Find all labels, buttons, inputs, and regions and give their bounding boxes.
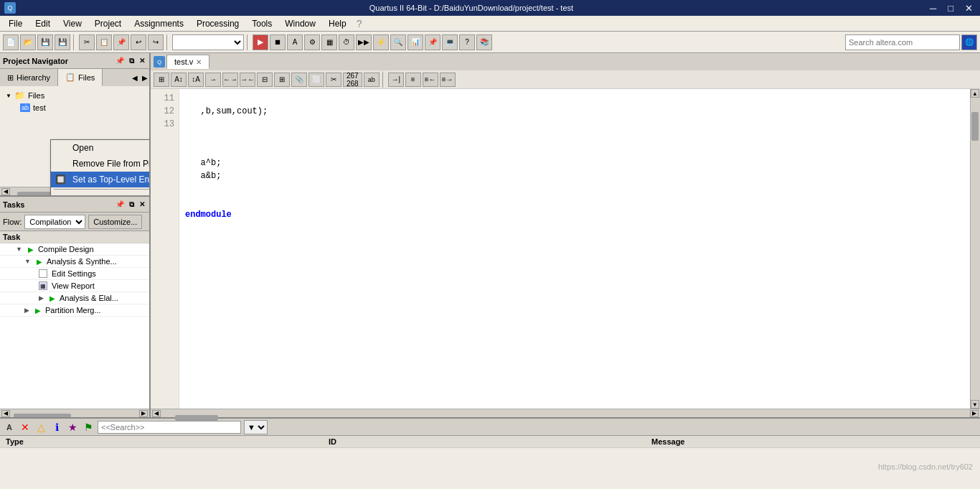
asm-button[interactable]: ▶▶ xyxy=(356,34,372,50)
ed-btn-nav2[interactable]: ≡ xyxy=(405,73,421,87)
filter-flag-button[interactable]: ⚑ xyxy=(82,421,95,434)
filter-warning-button[interactable]: △ xyxy=(34,421,47,434)
vscroll-down[interactable]: ▼ xyxy=(971,400,979,409)
ctx-create-ahdl[interactable]: Create AHDL Include Files for Current Fi… xyxy=(51,191,149,197)
ed-btn-1[interactable]: ⊞ xyxy=(154,73,169,87)
ed-btn-10[interactable]: ⬜ xyxy=(308,73,324,87)
scroll-left[interactable]: ◀ xyxy=(1,188,10,195)
close-panel-button[interactable]: ✕ xyxy=(138,57,146,65)
redo-button[interactable]: ↪ xyxy=(148,34,164,50)
nav-right-button[interactable]: ▶ xyxy=(141,74,149,82)
ed-btn-9[interactable]: 📎 xyxy=(291,73,307,87)
ed-btn-6[interactable]: →← xyxy=(240,73,255,87)
filter-error-button[interactable]: ✕ xyxy=(19,421,32,434)
tasks-scroll-left[interactable]: ◀ xyxy=(1,410,10,417)
pin-panel-button[interactable]: 📌 xyxy=(114,57,126,65)
ed-btn-7[interactable]: ⊟ xyxy=(257,73,273,87)
menu-help[interactable]: Help xyxy=(323,17,352,30)
editor-tab-test[interactable]: test.v ✕ xyxy=(166,55,209,69)
syn-button[interactable]: ⚙ xyxy=(304,34,320,50)
filter-custom-button[interactable]: ★ xyxy=(66,421,79,434)
ctx-remove[interactable]: Remove File from Project xyxy=(51,156,149,172)
search-input[interactable] xyxy=(845,34,960,50)
task-arrow-analysis[interactable]: ▼ xyxy=(24,258,31,265)
tasks-scroll-right[interactable]: ▶ xyxy=(139,410,148,417)
editor-tab-close[interactable]: ✕ xyxy=(196,58,202,66)
tab-hierarchy[interactable]: ⊞ Hierarchy xyxy=(0,69,58,86)
editor-hscroll-right[interactable]: ▶ xyxy=(970,410,979,417)
task-arrow-partition[interactable]: ▶ xyxy=(24,307,29,314)
message-search-input[interactable] xyxy=(98,421,241,434)
stop-button[interactable]: ⏹ xyxy=(270,34,286,50)
pin-tasks-button[interactable]: 📌 xyxy=(114,200,126,209)
sim-button[interactable]: 📊 xyxy=(407,34,423,50)
close-tasks-button[interactable]: ✕ xyxy=(138,200,146,209)
qhelp-button[interactable]: ? xyxy=(459,34,475,50)
new-button[interactable]: 📄 xyxy=(3,34,19,50)
undock-button[interactable]: ⧉ xyxy=(128,57,136,65)
prog-button[interactable]: ⚡ xyxy=(373,34,389,50)
nav-left-button[interactable]: ◀ xyxy=(131,74,139,82)
menu-view[interactable]: View xyxy=(57,17,88,30)
maximize-button[interactable]: □ xyxy=(945,3,956,14)
menu-tools[interactable]: Tools xyxy=(246,17,278,30)
menu-window[interactable]: Window xyxy=(279,17,321,30)
menu-processing[interactable]: Processing xyxy=(191,17,245,30)
analysis-button[interactable]: A xyxy=(287,34,303,50)
menu-project[interactable]: Project xyxy=(89,17,127,30)
docs-button[interactable]: 📚 xyxy=(476,34,492,50)
save-all-button[interactable]: 💾 xyxy=(55,34,70,50)
save-button[interactable]: 💾 xyxy=(37,34,53,50)
entity-combo[interactable]: test xyxy=(172,34,244,50)
ed-btn-5[interactable]: ←→ xyxy=(222,73,238,87)
filter-info-button[interactable]: ℹ xyxy=(50,421,63,434)
ed-btn-11[interactable]: ✂ xyxy=(326,73,341,87)
task-play-partition[interactable]: ▶ xyxy=(35,307,41,315)
ctx-open[interactable]: Open xyxy=(51,140,149,156)
close-button[interactable]: ✕ xyxy=(962,3,976,14)
menu-file[interactable]: File xyxy=(3,17,28,30)
pin-button[interactable]: 📌 xyxy=(425,34,440,50)
compile-button[interactable]: ▶ xyxy=(253,34,268,50)
task-play-elab[interactable]: ▶ xyxy=(50,294,55,302)
ed-btn-8[interactable]: ⊞ xyxy=(274,73,290,87)
task-arrow-elab[interactable]: ▶ xyxy=(39,294,44,302)
tasks-hscrollbar[interactable]: ◀ ▶ xyxy=(0,409,149,417)
message-filter-combo[interactable]: ▼ xyxy=(244,420,268,434)
open-button[interactable]: 📂 xyxy=(20,34,36,50)
fit-button[interactable]: ▦ xyxy=(321,34,337,50)
ed-btn-nav3[interactable]: ≡← xyxy=(423,73,438,87)
ed-btn-3[interactable]: ↕A xyxy=(188,73,204,87)
tab-files[interactable]: 📋 Files xyxy=(58,69,103,86)
task-play-compile[interactable]: ▶ xyxy=(28,246,34,253)
editor-hscroll-thumb[interactable] xyxy=(175,415,218,421)
paste-button[interactable]: 📌 xyxy=(113,34,129,50)
filter-all-button[interactable]: A xyxy=(3,421,16,434)
vscroll-thumb[interactable] xyxy=(971,112,979,141)
rtlv-button[interactable]: 🔍 xyxy=(390,34,406,50)
tasks-hscroll-thumb[interactable] xyxy=(14,414,71,418)
menu-edit[interactable]: Edit xyxy=(29,17,56,30)
chip-button[interactable]: 💻 xyxy=(442,34,458,50)
editor-hscroll-left[interactable]: ◀ xyxy=(152,410,161,417)
copy-button[interactable]: 📋 xyxy=(96,34,112,50)
customize-button[interactable]: Customize... xyxy=(88,215,142,229)
task-arrow-compile[interactable]: ▼ xyxy=(16,246,22,253)
ed-btn-2[interactable]: A↕ xyxy=(171,73,187,87)
minimize-button[interactable]: ─ xyxy=(927,3,939,14)
ed-btn-nav4[interactable]: ≡→ xyxy=(440,73,456,87)
task-play-analysis[interactable]: ▶ xyxy=(37,258,42,266)
editor-vscrollbar[interactable]: ▲ ▼ xyxy=(970,89,980,409)
tree-item-test[interactable]: ab test xyxy=(3,102,146,113)
code-content[interactable]: ,b,sum,cout); a^b; a&b; endmodule xyxy=(179,89,970,409)
flow-combo[interactable]: Compilation xyxy=(24,215,85,229)
menu-assignments[interactable]: Assignments xyxy=(128,17,189,30)
ed-btn-ab[interactable]: ab xyxy=(364,73,380,87)
ed-btn-4[interactable]: → xyxy=(205,73,221,87)
timing-button[interactable]: ⏱ xyxy=(339,34,354,50)
editor-hscrollbar[interactable]: ◀ ▶ xyxy=(151,409,980,417)
tree-item-files[interactable]: ▼ 📁 Files xyxy=(3,89,146,102)
cut-button[interactable]: ✂ xyxy=(79,34,95,50)
search-globe-icon[interactable]: 🌐 xyxy=(961,34,977,50)
vscroll-up[interactable]: ▲ xyxy=(971,89,979,98)
